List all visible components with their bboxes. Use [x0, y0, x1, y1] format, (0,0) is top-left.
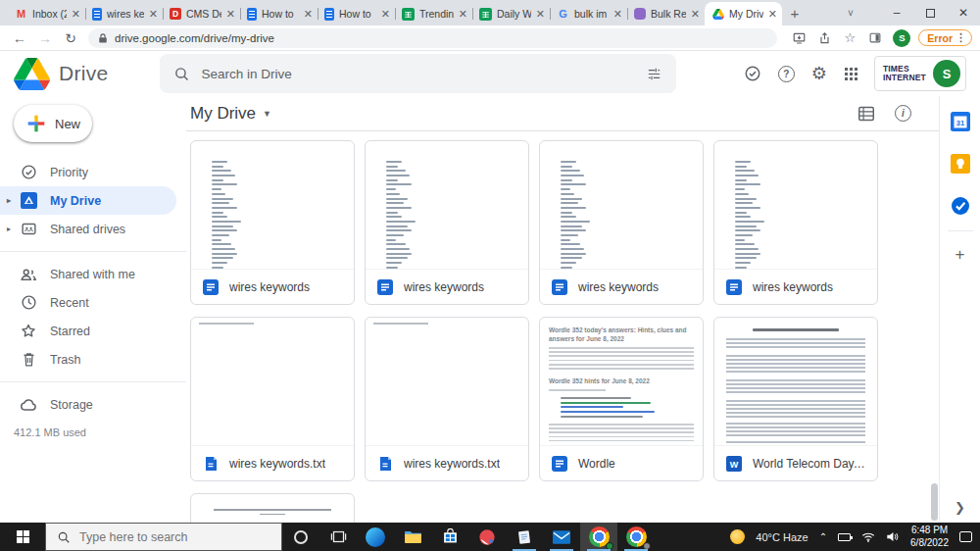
file-card[interactable]: wires keywords [365, 140, 529, 305]
tab-my-drive-active[interactable]: My Driv ✕ [705, 2, 782, 25]
add-addon-plus-icon[interactable]: + [956, 246, 965, 263]
collapse-panel-chevron-icon[interactable]: ❯ [955, 500, 965, 515]
side-panel-icon[interactable] [863, 27, 887, 49]
calendar-icon[interactable]: 31 [951, 112, 970, 131]
tasks-icon[interactable] [951, 196, 970, 216]
edge-icon [366, 527, 385, 547]
file-card[interactable]: wires keywords.txt [365, 317, 529, 481]
action-center-icon[interactable] [959, 531, 972, 542]
google-apps-grid-icon[interactable] [844, 67, 858, 80]
taskbar-search-input[interactable] [79, 530, 270, 544]
offline-status-icon[interactable] [744, 65, 761, 82]
tab-search-chevron-icon[interactable]: ˅ [831, 0, 870, 25]
workspace-account[interactable]: TIMES INTERNET S [874, 56, 966, 91]
sidebar-item-starred[interactable]: Starred [0, 317, 186, 345]
tab-bulk-resize[interactable]: Bulk Re ✕ [627, 2, 705, 25]
reload-icon[interactable]: ↻ [59, 27, 82, 49]
volume-icon[interactable] [886, 531, 900, 542]
edge-button[interactable] [357, 523, 394, 551]
tab-close-icon[interactable]: ✕ [72, 8, 80, 21]
cortana-button[interactable] [282, 523, 319, 551]
paint3d-app-button[interactable] [468, 523, 506, 551]
scrollbar-thumb[interactable] [931, 483, 938, 521]
chrome-secondary-button[interactable] [617, 523, 655, 551]
tab-close-icon[interactable]: ✕ [149, 8, 158, 21]
weather-text[interactable]: 40°C Haze [756, 531, 808, 543]
expand-caret-icon[interactable]: ▸ [0, 225, 20, 233]
back-icon[interactable]: ← [8, 27, 31, 49]
main-scrollbar[interactable] [931, 96, 939, 523]
mail-app-button[interactable] [543, 523, 580, 551]
list-view-icon[interactable] [858, 106, 875, 122]
file-card[interactable]: W World Telecom Day,22 Art... [713, 317, 878, 481]
tab-close-icon[interactable]: ✕ [304, 8, 313, 21]
drive-search-input[interactable] [202, 67, 634, 81]
battery-icon[interactable] [838, 533, 851, 541]
search-options-icon[interactable] [646, 66, 662, 82]
tray-chevron-up-icon[interactable]: ⌃ [819, 531, 827, 542]
wifi-icon[interactable] [861, 531, 875, 542]
file-card[interactable]: wires keywords [539, 140, 704, 305]
tab-cms[interactable]: D CMS De ✕ [163, 2, 240, 25]
file-card[interactable] [190, 493, 355, 523]
tab-daily[interactable]: Daily W ✕ [472, 2, 550, 25]
notes-app-button[interactable] [506, 523, 543, 551]
tab-trending[interactable]: Trendin ✕ [395, 2, 472, 25]
sidebar-item-my-drive[interactable]: ▸ My Drive [0, 186, 176, 215]
file-card[interactable]: wires keywords [713, 140, 878, 305]
minimize-button[interactable]: – [880, 0, 913, 25]
tab-close-icon[interactable]: ✕ [691, 8, 700, 21]
tab-close-icon[interactable]: ✕ [459, 8, 467, 21]
bookmark-star-icon[interactable]: ☆ [838, 27, 861, 49]
tab-close-icon[interactable]: ✕ [381, 8, 390, 21]
file-card[interactable]: Wordle 352 today's answers: Hints, clues… [539, 317, 704, 481]
gdocs-icon [324, 8, 334, 21]
sidebar-item-shared-drives[interactable]: ▸ Shared drives [0, 215, 186, 243]
microsoft-store-button[interactable] [431, 523, 468, 551]
file-explorer-button[interactable] [394, 523, 431, 551]
tab-bulk-image[interactable]: G bulk im ✕ [550, 2, 627, 25]
tab-close-icon[interactable]: ✕ [768, 8, 777, 21]
task-view-button[interactable] [319, 523, 357, 551]
file-card[interactable]: wires keywords.txt [190, 317, 355, 481]
close-button[interactable]: ✕ [947, 0, 980, 25]
sidebar-item-priority[interactable]: Priority [0, 158, 186, 186]
chrome-active-button[interactable] [580, 523, 617, 551]
sidebar-item-trash[interactable]: Trash [0, 345, 186, 374]
tab-wires-keywords[interactable]: wires ke ✕ [85, 2, 163, 25]
my-drive-icon [20, 192, 37, 210]
expand-caret-icon[interactable]: ▸ [0, 196, 20, 205]
info-icon[interactable]: i [895, 105, 911, 122]
profile-avatar[interactable]: S [893, 29, 910, 47]
url-omnibox[interactable]: drive.google.com/drive/my-drive [88, 28, 777, 48]
tab-close-icon[interactable]: ✕ [226, 8, 235, 21]
new-button[interactable]: New [14, 105, 92, 142]
tab-close-icon[interactable]: ✕ [613, 8, 622, 21]
drive-header-actions: ? ⚙ TIMES INTERNET S [744, 56, 966, 91]
tab-inbox[interactable]: M Inbox (2 ✕ [8, 2, 85, 25]
tab-how-to-1[interactable]: How to ✕ [240, 2, 318, 25]
tab-close-icon[interactable]: ✕ [536, 8, 545, 21]
file-card[interactable]: wires keywords [190, 140, 355, 305]
taskbar-search[interactable] [45, 523, 282, 551]
forward-icon[interactable]: → [33, 27, 57, 49]
keep-icon[interactable] [951, 154, 970, 174]
sidebar-item-shared-with-me[interactable]: Shared with me [0, 260, 186, 288]
drive-search-bar[interactable] [160, 54, 676, 93]
tab-how-to-2[interactable]: How to ✕ [318, 2, 395, 25]
install-icon[interactable] [787, 27, 810, 49]
sidebar-item-storage[interactable]: Storage [0, 390, 186, 419]
browser-error-menu[interactable]: Error ⋮ [918, 29, 972, 46]
help-icon[interactable]: ? [778, 66, 795, 82]
account-avatar[interactable]: S [933, 60, 960, 87]
new-tab-button[interactable]: + [782, 1, 808, 25]
file-preview [540, 141, 703, 269]
settings-gear-icon[interactable]: ⚙ [811, 65, 827, 82]
start-button[interactable] [0, 523, 45, 551]
taskbar-clock[interactable]: 6:48 PM6/8/2022 [910, 525, 949, 549]
share-icon[interactable] [812, 27, 836, 49]
sidebar-item-recent[interactable]: Recent [0, 288, 186, 317]
page-title-dropdown[interactable]: My Drive ▼ [190, 104, 271, 124]
maximize-button[interactable] [913, 0, 947, 25]
weather-sun-icon[interactable] [730, 529, 745, 544]
